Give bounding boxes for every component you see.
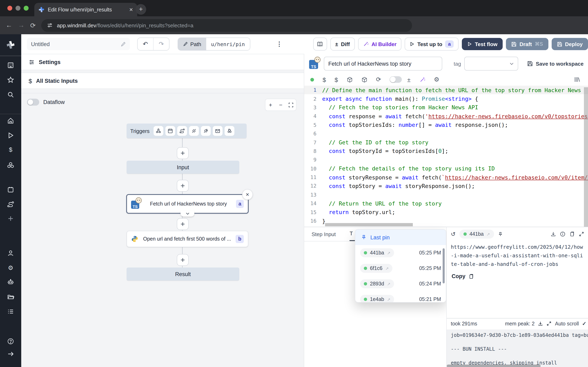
add-step-button[interactable] [177,147,189,159]
folders-icon[interactable] [0,291,21,303]
all-static-inputs-row[interactable]: $ All Static Inputs [21,73,304,89]
schedule-icon[interactable] [165,126,175,136]
tab-step-input[interactable]: Step Input [311,231,336,241]
job-id-badge[interactable]: 6f1c6↗ [360,264,392,273]
add-step-button[interactable] [177,218,189,230]
code-line[interactable]: 9 [304,155,588,164]
package-icon[interactable] [361,76,367,83]
library-icon[interactable] [574,76,580,83]
copy-button[interactable]: Copy [447,268,588,279]
redo-button[interactable]: ↷ [153,38,169,50]
code-line[interactable]: 14 // Return the URL of the top story [304,199,588,208]
audit-logs-icon[interactable] [0,305,21,318]
expand-icon[interactable] [579,231,584,237]
pin-history-item[interactable]: 441ba↗05:25 PM [355,245,446,261]
zoom-out-button[interactable]: − [276,101,286,108]
settings-gear-icon[interactable]: ⚙ [434,76,439,83]
clipboard-icon[interactable] [569,231,575,237]
fit-view-button[interactable] [286,102,296,108]
external-link-icon[interactable]: ↗ [486,232,490,236]
external-link-icon[interactable]: ↗ [387,282,390,286]
variables-dollar-icon[interactable]: $ [335,76,338,83]
email-icon[interactable] [213,126,223,136]
code-line[interactable]: 6 [304,129,588,138]
result-node[interactable]: Result [127,267,239,281]
pin-history-item[interactable]: 6f1c6↗05:25 PM [355,261,446,276]
code-line[interactable]: 5 const topStoriesIds: number[] = await … [304,120,588,129]
step-node-b[interactable]: Open url and fetch first 500 words of ..… [127,231,248,247]
tag-select[interactable] [464,57,518,71]
browser-tab[interactable]: Edit Flow u/henri/pin_results ✕ [34,3,137,16]
reload-icon[interactable]: ⟳ [376,76,381,83]
edit-pencil-icon[interactable] [121,42,126,47]
history-icon[interactable]: ↺ [451,231,456,237]
test-up-to-button[interactable]: Test up to a [405,38,458,50]
runs-play-icon[interactable] [0,129,21,142]
back-icon[interactable]: ← [6,22,12,29]
resources-cubes-icon[interactable] [0,159,21,171]
pin-history-item[interactable]: 1e4ab↗05:21 PM [355,292,446,303]
code-vertical-scrollbar[interactable] [584,87,588,227]
add-step-button[interactable] [177,254,189,266]
variables-dollar-icon[interactable]: $ [0,143,21,156]
site-settings-icon[interactable] [47,22,53,28]
deploy-button[interactable]: Deploy [552,38,588,50]
job-id-badge[interactable]: 441ba ↗ [459,230,494,239]
code-line[interactable]: 7 // Get the ID of the top story [304,138,588,147]
help-icon[interactable] [0,335,21,347]
download-icon[interactable] [538,321,543,326]
undo-button[interactable]: ↶ [138,38,153,50]
flow-canvas[interactable]: Dataflow + − Triggers [21,93,304,367]
websocket-icon[interactable] [189,126,199,136]
ai-wand-icon[interactable] [419,76,425,83]
poll-icon[interactable] [225,126,234,136]
input-node[interactable]: Input [127,161,239,174]
diff-plusminus-icon[interactable]: ± [407,76,411,83]
test-flow-button[interactable]: Test flow [462,38,503,50]
settings-row[interactable]: Settings [21,54,304,70]
address-bar[interactable]: app.windmill.dev/flows/edit/u/henri/pin_… [42,19,412,32]
triggers-node[interactable]: Triggers [127,124,247,138]
job-id-badge[interactable]: 441ba↗ [360,248,394,257]
workspace-icon[interactable] [0,59,21,71]
forward-icon[interactable]: → [18,22,25,29]
settings-gear-icon[interactable]: ⚙ [0,262,21,274]
step-name-input[interactable]: Fetch url of HackerNews top story [324,57,442,71]
flows-route-icon[interactable] [0,198,21,210]
user-icon[interactable] [0,247,21,259]
code-line[interactable]: 11 const storyResponse = await fetch(`ht… [304,173,588,182]
docs-book-button[interactable] [313,38,327,50]
tab-close-icon[interactable]: ✕ [129,7,133,12]
schedules-calendar-icon[interactable] [0,184,21,196]
expand-icon[interactable] [546,321,552,326]
windmill-logo[interactable] [0,34,21,56]
save-to-workspace-button[interactable]: Save to workspace [527,60,584,67]
kafka-icon[interactable] [201,126,211,136]
ai-builder-button[interactable]: AI Builder [358,38,401,50]
add-step-button[interactable] [177,180,189,192]
reload-icon[interactable]: ⟳ [30,21,36,29]
search-icon[interactable] [0,89,21,101]
favorites-star-icon[interactable] [0,74,21,86]
editor-toggle[interactable] [390,76,402,83]
code-line[interactable]: 4 const response = await fetch('https://… [304,112,588,120]
workers-robot-icon[interactable] [0,276,21,288]
package-icon[interactable] [346,76,353,83]
remove-step-icon[interactable]: ✕ [242,189,253,200]
log-horizontal-scrollbar[interactable] [447,365,541,367]
job-id-badge[interactable]: 1e4ab↗ [360,295,394,303]
dataflow-toggle[interactable] [27,99,39,106]
external-link-icon[interactable]: ↗ [387,250,390,255]
pin-icon[interactable] [498,231,503,237]
http-route-icon[interactable] [177,126,187,136]
collapse-arrow-icon[interactable] [0,348,21,360]
code-line[interactable]: 2export async function main(): Promise<s… [304,94,588,103]
external-link-icon[interactable]: ↗ [385,266,389,271]
zoom-in-button[interactable]: + [265,101,276,108]
assets-dollar-icon[interactable]: $ [323,76,326,83]
download-icon[interactable] [550,231,556,237]
pin-history-item[interactable]: 2893d↗05:24 PM [355,276,446,292]
code-line[interactable]: 10 // Fetch the details of the top story… [304,164,588,173]
window-minimize-button[interactable] [16,6,20,11]
code-horizontal-scrollbar[interactable] [325,223,413,226]
